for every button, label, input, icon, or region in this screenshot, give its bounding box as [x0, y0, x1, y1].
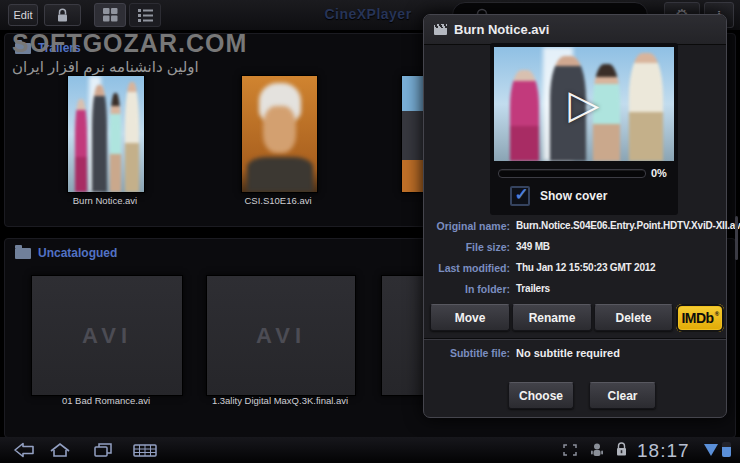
progress-percent: 0%: [651, 167, 667, 179]
folder-icon: [15, 248, 31, 259]
clear-subtitle-button[interactable]: Clear: [589, 382, 656, 409]
usb-debug-icon: [590, 442, 604, 458]
grid-view-icon: [103, 8, 118, 22]
cover-preview[interactable]: ▷: [494, 47, 674, 161]
section-title: Trailers: [38, 41, 81, 55]
field-value: Burn.Notice.S04E06.Entry.Point.HDTV.XviD…: [516, 220, 722, 231]
burn-notice-artwork: [68, 76, 144, 192]
recents-button[interactable]: [92, 441, 116, 459]
imdb-registered-mark: ®: [715, 311, 719, 317]
move-button-label: Move: [455, 311, 486, 325]
play-icon[interactable]: ▷: [494, 47, 674, 161]
system-bar: 18:17: [0, 437, 740, 463]
clapperboard-icon: [434, 24, 447, 35]
list-view-button[interactable]: [129, 3, 161, 27]
show-cover-label: Show cover: [540, 189, 607, 203]
thumbnail-partial[interactable]: [381, 275, 429, 396]
imdb-button[interactable]: IMDb®: [676, 304, 724, 332]
field-value: Thu Jan 12 15:50:23 GMT 2012: [516, 262, 722, 273]
section-uncatalogued-header: Uncatalogued: [15, 246, 117, 260]
thumbnail-burn-notice[interactable]: [67, 75, 145, 193]
scrollbar[interactable]: [735, 216, 738, 260]
clock[interactable]: 18:17: [637, 440, 690, 462]
keyboard-button[interactable]: [132, 441, 158, 459]
home-button[interactable]: [48, 441, 72, 459]
cover-panel: ▷ 0% ✓ Show cover: [490, 43, 678, 215]
field-label: In folder:: [424, 283, 510, 295]
back-button[interactable]: [12, 441, 36, 459]
field-label: File size:: [424, 241, 510, 253]
thumbnail-label: CSI.S10E16.avi: [193, 195, 363, 206]
rename-button-label: Rename: [529, 311, 576, 325]
battery-icon: [722, 442, 731, 457]
edit-button-label: Edit: [14, 9, 33, 21]
avi-badge: AVI: [82, 323, 132, 349]
field-label: Last modified:: [424, 262, 510, 274]
cover-progress: 0%: [498, 167, 674, 179]
edit-button[interactable]: Edit: [8, 4, 38, 26]
signal-icon: [704, 444, 718, 456]
subtitle-file-label: Subtitle file:: [424, 347, 510, 359]
file-details-dialog: Burn Notice.avi ▷ 0% ✓ Show cover Origin…: [423, 14, 727, 418]
show-cover-checkbox[interactable]: ✓: [510, 186, 530, 206]
avi-badge: AVI: [256, 323, 306, 349]
dialog-header: Burn Notice.avi: [424, 15, 726, 45]
section-trailers-header: Trailers: [15, 41, 81, 55]
thumbnail-csi[interactable]: [241, 75, 318, 193]
section-title: Uncatalogued: [38, 246, 117, 260]
field-value: 349 MB: [516, 241, 722, 252]
thumbnail-label: 01 Bad Romance.avi: [21, 395, 191, 406]
field-label: Original name:: [424, 220, 510, 232]
lock-button[interactable]: [44, 4, 81, 26]
list-view-icon: [138, 9, 153, 22]
check-icon: ✓: [514, 184, 528, 205]
lock-icon: [56, 8, 69, 23]
subtitle-file-value: No subtitle required: [516, 347, 722, 359]
dialog-title: Burn Notice.avi: [454, 22, 549, 37]
csi-artwork: [242, 76, 317, 192]
clear-button-label: Clear: [607, 389, 637, 403]
dialog-divider: [424, 338, 726, 340]
move-button[interactable]: Move: [430, 304, 510, 331]
fullscreen-icon[interactable]: [562, 443, 578, 457]
thumbnail-label: Burn Notice.avi: [20, 195, 190, 206]
imdb-logo: IMDb: [681, 310, 713, 326]
thumbnail-3ality[interactable]: AVI: [206, 275, 356, 396]
folder-icon: [15, 43, 31, 54]
field-value: Trailers: [516, 283, 722, 294]
choose-button-label: Choose: [519, 389, 563, 403]
thumbnail-label: 1.3ality Digital MaxQ.3K.final.avi: [195, 395, 365, 406]
thumbnail-bad-romance[interactable]: AVI: [31, 275, 183, 396]
delete-button-label: Delete: [615, 311, 651, 325]
grid-view-button[interactable]: [94, 3, 126, 27]
delete-button[interactable]: Delete: [594, 304, 673, 331]
choose-subtitle-button[interactable]: Choose: [508, 382, 574, 409]
lock-status-icon: [615, 442, 628, 457]
progress-bar: [498, 169, 646, 178]
rename-button[interactable]: Rename: [512, 304, 592, 331]
